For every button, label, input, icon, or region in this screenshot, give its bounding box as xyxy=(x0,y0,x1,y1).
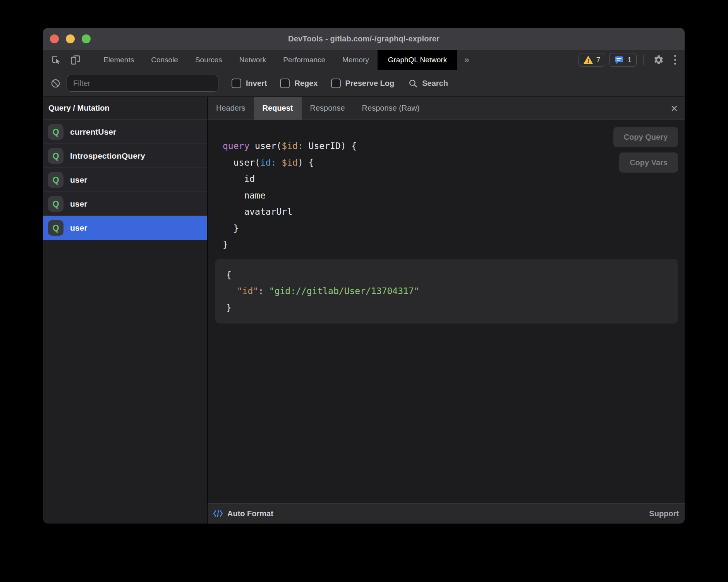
auto-format-button[interactable]: Auto Format xyxy=(227,509,273,518)
copy-query-button[interactable]: Copy Query xyxy=(613,127,678,147)
message-icon xyxy=(614,55,624,65)
traffic-lights xyxy=(50,28,91,50)
devtools-window: DevTools - gitlab.com/-/graphql-explorer… xyxy=(43,28,685,524)
checkbox-label: Invert xyxy=(246,79,267,88)
query-list-sidebar: Query / Mutation Q currentUser Q Introsp… xyxy=(43,97,208,524)
query-variables-box: { "id": "gid://gitlab/User/13704317"} xyxy=(215,259,678,324)
kebab-menu-icon[interactable] xyxy=(669,50,685,70)
tab-elements[interactable]: Elements xyxy=(95,50,143,70)
checkbox-box[interactable] xyxy=(232,79,241,88)
copy-vars-button[interactable]: Copy Vars xyxy=(619,152,678,173)
query-name: IntrospectionQuery xyxy=(70,151,145,161)
tab-console[interactable]: Console xyxy=(143,50,187,70)
query-type-badge: Q xyxy=(48,196,64,212)
request-content: Copy Query Copy Vars query user($id: Use… xyxy=(208,120,685,503)
clear-icon[interactable] xyxy=(50,78,61,89)
toolbar-divider xyxy=(643,55,644,65)
checkbox-box[interactable] xyxy=(331,79,341,88)
tab-sources[interactable]: Sources xyxy=(187,50,231,70)
tab-memory[interactable]: Memory xyxy=(334,50,378,70)
detail-panel: Headers Request Response Response (Raw) … xyxy=(208,97,685,524)
checkbox-label: Regex xyxy=(294,79,318,88)
fullscreen-window-button[interactable] xyxy=(82,34,91,43)
filter-input[interactable] xyxy=(67,75,218,92)
sidebar-header: Query / Mutation xyxy=(43,97,207,120)
checkbox-box[interactable] xyxy=(280,79,290,88)
toolbar-spacer xyxy=(476,50,576,70)
more-tabs-button[interactable]: » xyxy=(457,50,476,70)
settings-gear-icon[interactable] xyxy=(648,50,669,70)
query-name: user xyxy=(70,199,87,209)
query-name: currentUser xyxy=(70,127,116,137)
tab-response[interactable]: Response xyxy=(302,97,354,120)
titlebar: DevTools - gitlab.com/-/graphql-explorer xyxy=(43,28,685,50)
query-type-badge: Q xyxy=(48,172,64,188)
warning-icon xyxy=(584,56,593,64)
sidebar-empty-area xyxy=(43,240,207,524)
tab-network[interactable]: Network xyxy=(231,50,275,70)
query-list-item[interactable]: Q user xyxy=(43,192,207,216)
support-link[interactable]: Support xyxy=(649,509,679,518)
close-window-button[interactable] xyxy=(50,34,59,43)
tab-graphql-network[interactable]: GraphQL Network xyxy=(378,50,457,70)
query-name: user xyxy=(70,223,87,233)
panel-footer: Auto Format Support xyxy=(208,503,685,524)
invert-checkbox[interactable]: Invert xyxy=(232,79,267,88)
tab-performance[interactable]: Performance xyxy=(275,50,334,70)
query-name: user xyxy=(70,175,87,185)
filter-toolbar: Invert Regex Preserve Log Search xyxy=(43,70,685,97)
query-type-badge: Q xyxy=(48,220,64,236)
query-list-item[interactable]: Q user xyxy=(43,168,207,192)
checkbox-label: Preserve Log xyxy=(345,79,395,88)
query-type-badge: Q xyxy=(48,124,64,140)
minimize-window-button[interactable] xyxy=(66,34,75,43)
preserve-log-checkbox[interactable]: Preserve Log xyxy=(331,79,395,88)
detail-tabs: Headers Request Response Response (Raw) … xyxy=(208,97,685,120)
copy-buttons: Copy Query Copy Vars xyxy=(613,127,678,173)
close-panel-icon[interactable]: × xyxy=(671,97,678,120)
device-toolbar-icon[interactable] xyxy=(66,50,85,70)
query-variables-code: { "id": "gid://gitlab/User/13704317"} xyxy=(226,267,667,316)
inspect-element-icon[interactable] xyxy=(43,50,66,70)
issues-badge[interactable]: 1 xyxy=(609,53,637,67)
query-list-item[interactable]: Q currentUser xyxy=(43,120,207,144)
tab-request[interactable]: Request xyxy=(254,97,302,120)
issue-count: 1 xyxy=(627,56,632,64)
devtools-toolbar: Elements Console Sources Network Perform… xyxy=(43,50,685,70)
query-list-item[interactable]: Q IntrospectionQuery xyxy=(43,144,207,168)
tab-response-raw[interactable]: Response (Raw) xyxy=(354,97,428,120)
query-list-item-selected[interactable]: Q user xyxy=(43,216,207,240)
window-title: DevTools - gitlab.com/-/graphql-explorer xyxy=(288,34,440,43)
code-format-icon[interactable] xyxy=(213,508,223,519)
search-button[interactable]: Search xyxy=(408,79,448,88)
toolbar-divider xyxy=(90,55,90,65)
query-type-badge: Q xyxy=(48,148,64,164)
warnings-badge[interactable]: 7 xyxy=(579,53,606,67)
tab-headers[interactable]: Headers xyxy=(208,97,254,120)
main-split: Query / Mutation Q currentUser Q Introsp… xyxy=(43,97,685,524)
warning-count: 7 xyxy=(596,56,601,64)
search-label: Search xyxy=(422,79,448,88)
search-icon xyxy=(408,79,418,88)
regex-checkbox[interactable]: Regex xyxy=(280,79,318,88)
